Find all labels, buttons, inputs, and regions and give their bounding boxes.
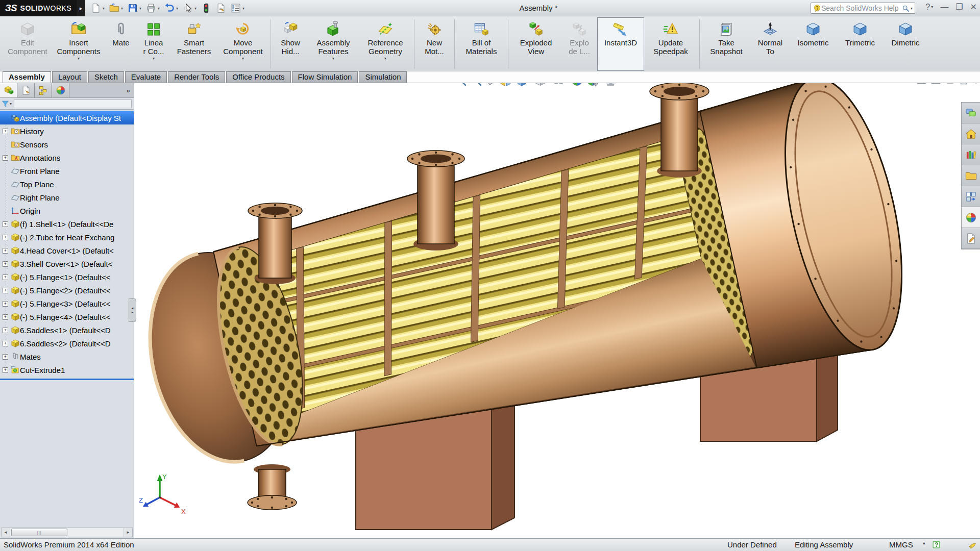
open-button[interactable]: ▾ (109, 3, 123, 13)
magnifier-icon[interactable] (902, 5, 910, 12)
update-speedpak-button[interactable]: Update Speedpak (644, 17, 697, 71)
filter-caret[interactable]: ▾ (10, 102, 12, 106)
propertymanager-tab[interactable] (17, 83, 35, 97)
tab-assembly[interactable]: Assembly (3, 71, 51, 83)
heat-exchanger-model[interactable] (134, 83, 980, 538)
units-selector[interactable]: MMGS (889, 540, 913, 549)
tree-item-f-1-shell-1-default-de[interactable]: + (f) 1.Shell<1> (Default<<De (0, 217, 134, 231)
tab-office-products[interactable]: Office Products (226, 71, 290, 83)
new-motion-study-button[interactable]: New Mot... (416, 17, 452, 71)
tree-item-right-plane[interactable]: Right Plane (0, 191, 134, 204)
insert-components-button[interactable]: Insert Components ▾ (52, 17, 105, 71)
dimxpertmanager-tab[interactable] (52, 83, 69, 97)
dropdown-caret-icon[interactable]: ▾ (103, 6, 105, 11)
tab-simulation[interactable]: Simulation (359, 71, 407, 83)
section-view-button[interactable] (500, 83, 513, 87)
isometric-button[interactable]: Isometric (790, 17, 837, 71)
minimize-document-button[interactable] (945, 83, 955, 88)
tree-item-sensors[interactable]: Sensors (0, 138, 134, 151)
expand-plus-icon[interactable]: + (3, 328, 8, 333)
tree-item-history[interactable]: + History (0, 124, 134, 138)
scrollbar-right-arrow[interactable]: ► (124, 528, 132, 537)
help-search-box[interactable]: ▾ (811, 3, 915, 14)
solidworks-forum-tab[interactable] (962, 103, 980, 123)
file-explorer-tab[interactable] (962, 165, 980, 186)
tab-layout[interactable]: Layout (52, 71, 87, 83)
restore-button[interactable]: ❐ (955, 2, 963, 12)
dropdown-caret-icon[interactable]: ▾ (384, 56, 386, 61)
print-button[interactable]: ▾ (146, 3, 160, 13)
previous-view-button[interactable] (485, 83, 498, 87)
scrollbar-left-arrow[interactable]: ◄ (2, 528, 10, 537)
apply-scene-button[interactable]: ▾ (586, 83, 602, 87)
fm-tabs-overflow[interactable]: » (122, 83, 134, 97)
scrollbar-thumb[interactable]: ||| (11, 529, 67, 536)
solidworks-resources-tab[interactable] (962, 123, 980, 144)
display-style-button[interactable]: ▾ (534, 83, 550, 87)
linear-component-pattern-button[interactable]: Linea r Co... ▾ (137, 17, 170, 71)
dropdown-caret-icon[interactable]: ▾ (158, 6, 160, 11)
view-settings-button[interactable]: ▾ (604, 83, 620, 87)
minimize-button[interactable]: — (940, 3, 948, 12)
tree-item-6-saddles-1-default-d[interactable]: + 6.Saddles<1> (Default<<D (0, 323, 134, 337)
trimetric-button[interactable]: Trimetric (837, 17, 884, 71)
search-dropdown-caret[interactable]: ▾ (911, 6, 913, 11)
dropdown-caret-icon[interactable]: ▾ (153, 56, 155, 61)
new-document-button[interactable]: ▾ (91, 3, 105, 13)
split-view-right-button[interactable] (930, 83, 941, 88)
restore-document-button[interactable] (959, 83, 970, 88)
show-hidden-components-button[interactable]: Show Hid... (273, 17, 308, 71)
zoom-to-fit-button[interactable] (454, 83, 467, 87)
tree-item-5-flange-4-default[interactable]: + (-) 5.Flange<4> (Default<< (0, 310, 134, 323)
expand-plus-icon[interactable]: + (3, 235, 8, 240)
split-view-left-button[interactable] (916, 83, 927, 88)
bill-of-materials-button[interactable]: Bill of Materials (457, 17, 506, 71)
tab-render-tools[interactable]: Render Tools (168, 71, 225, 83)
hide-show-items-button[interactable]: ▾ (552, 83, 568, 87)
tree-item-4-head-cover-1-default[interactable]: + 4.Head Cover<1> (Default< (0, 244, 134, 257)
tree-item-3-shell-cover-1-default[interactable]: + 3.Shell Cover<1> (Default< (0, 257, 134, 270)
expand-plus-icon[interactable]: + (3, 314, 8, 320)
model-nozzle-bottom[interactable] (248, 464, 297, 510)
dropdown-caret-icon[interactable]: ▾ (194, 6, 197, 11)
custom-properties-tab[interactable] (962, 228, 980, 249)
select-button[interactable]: ▾ (183, 3, 197, 13)
dropdown-caret-icon[interactable]: ▾ (242, 56, 244, 61)
tab-evaluate[interactable]: Evaluate (125, 71, 167, 83)
help-button[interactable]: ?▾ (925, 3, 933, 12)
expand-plus-icon[interactable]: + (3, 129, 8, 134)
reference-geometry-button[interactable]: Reference Geometry ▾ (359, 17, 412, 71)
rebuild-button[interactable] (201, 3, 211, 13)
view-orientation-button[interactable]: ▾ (516, 83, 531, 87)
graphics-viewport[interactable]: ▾▾▾▾▾ Y X Z (134, 83, 980, 538)
rollback-bar[interactable] (0, 379, 134, 380)
undo-button[interactable]: ▾ (164, 3, 178, 13)
configurationmanager-tab[interactable] (35, 83, 52, 97)
tree-item-5-flange-2-default[interactable]: + (-) 5.Flange<2> (Default<< (0, 284, 134, 297)
exploded-view-button[interactable]: Exploded View (510, 17, 561, 71)
filter-field[interactable] (14, 99, 132, 108)
featuremanager-tree-tab[interactable] (0, 83, 17, 97)
dimetric-button[interactable]: Dimetric (884, 17, 927, 71)
tree-item-front-plane[interactable]: Front Plane (0, 164, 134, 178)
menu-flyout-arrow[interactable]: ▸ (77, 0, 85, 16)
file-properties-button[interactable] (216, 3, 226, 13)
tree-item-5-flange-1-default[interactable]: + (-) 5.Flange<1> (Default<< (0, 270, 134, 284)
close-document-button[interactable] (973, 83, 980, 88)
expand-plus-icon[interactable]: + (3, 301, 8, 307)
expand-plus-icon[interactable]: + (3, 274, 8, 280)
dropdown-caret-icon[interactable]: ▾ (78, 56, 80, 61)
filter-funnel-icon[interactable] (2, 100, 9, 108)
expand-plus-icon[interactable]: + (3, 248, 8, 254)
tree-item-annotations[interactable]: + Annotations (0, 151, 134, 164)
expand-plus-icon[interactable]: + (3, 354, 8, 360)
dropdown-caret-icon[interactable]: ▾ (121, 6, 123, 11)
smart-fasteners-button[interactable]: Smart Fasteners (170, 17, 217, 71)
design-library-tab[interactable] (962, 144, 980, 165)
tree-item-5-flange-3-default[interactable]: + (-) 5.Flange<3> (Default<< (0, 297, 134, 310)
view-palette-tab[interactable] (962, 186, 980, 207)
tab-flow-simulation[interactable]: Flow Simulation (292, 71, 358, 83)
options-button[interactable]: ▾ (231, 3, 244, 13)
panel-splitter-handle[interactable]: ◂▸ (129, 298, 136, 322)
normal-to-button[interactable]: Normal To (751, 17, 790, 71)
